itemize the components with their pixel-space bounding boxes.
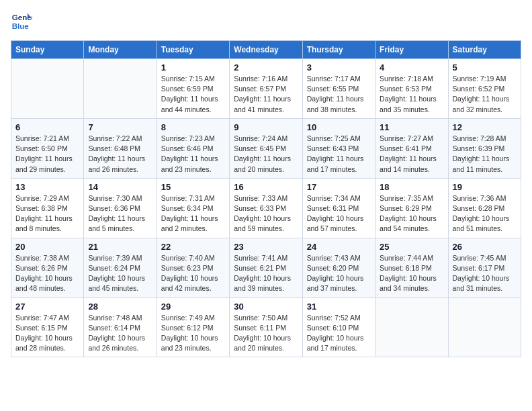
day-number: 27 [15,302,79,312]
weekday-header-friday: Friday [375,41,448,59]
calendar-cell: 27Sunrise: 7:47 AMSunset: 6:15 PMDayligh… [11,298,84,357]
day-info: Sunrise: 7:40 AMSunset: 6:23 PMDaylight:… [161,253,225,294]
calendar-cell: 23Sunrise: 7:41 AMSunset: 6:21 PMDayligh… [230,238,302,298]
calendar-cell: 20Sunrise: 7:38 AMSunset: 6:26 PMDayligh… [11,238,84,298]
day-number: 7 [88,122,152,132]
day-info: Sunrise: 7:15 AMSunset: 6:59 PMDaylight:… [161,74,225,115]
weekday-header-wednesday: Wednesday [230,41,302,59]
day-info: Sunrise: 7:52 AMSunset: 6:10 PMDaylight:… [307,313,371,354]
calendar-cell: 19Sunrise: 7:36 AMSunset: 6:28 PMDayligh… [448,178,521,238]
day-info: Sunrise: 7:25 AMSunset: 6:43 PMDaylight:… [307,134,371,175]
calendar-table: SundayMondayTuesdayWednesdayThursdayFrid… [11,40,521,357]
calendar-cell: 7Sunrise: 7:22 AMSunset: 6:48 PMDaylight… [84,118,157,178]
day-number: 10 [307,122,371,132]
day-info: Sunrise: 7:36 AMSunset: 6:28 PMDaylight:… [453,193,517,234]
day-info: Sunrise: 7:35 AMSunset: 6:29 PMDaylight:… [380,193,443,234]
weekday-header-sunday: Sunday [11,41,84,59]
calendar-cell [11,59,84,119]
calendar-cell: 6Sunrise: 7:21 AMSunset: 6:50 PMDaylight… [11,118,84,178]
day-info: Sunrise: 7:38 AMSunset: 6:26 PMDaylight:… [15,253,79,294]
day-info: Sunrise: 7:21 AMSunset: 6:50 PMDaylight:… [15,134,79,175]
day-info: Sunrise: 7:49 AMSunset: 6:12 PMDaylight:… [161,313,225,354]
page-header: General Blue [11,11,521,32]
calendar-cell [375,298,448,357]
day-info: Sunrise: 7:29 AMSunset: 6:38 PMDaylight:… [15,193,79,234]
day-number: 19 [453,182,517,192]
calendar-cell: 26Sunrise: 7:45 AMSunset: 6:17 PMDayligh… [448,238,521,298]
day-info: Sunrise: 7:17 AMSunset: 6:55 PMDaylight:… [307,74,371,115]
day-number: 30 [234,302,298,312]
calendar-cell: 30Sunrise: 7:50 AMSunset: 6:11 PMDayligh… [230,298,302,357]
day-number: 20 [15,242,79,252]
weekday-header-saturday: Saturday [448,41,521,59]
day-number: 5 [453,62,517,73]
calendar-week-4: 20Sunrise: 7:38 AMSunset: 6:26 PMDayligh… [11,238,521,298]
day-info: Sunrise: 7:19 AMSunset: 6:52 PMDaylight:… [453,74,517,115]
day-number: 16 [234,182,298,192]
calendar-cell: 29Sunrise: 7:49 AMSunset: 6:12 PMDayligh… [157,298,229,357]
calendar-cell: 31Sunrise: 7:52 AMSunset: 6:10 PMDayligh… [302,298,375,357]
day-info: Sunrise: 7:31 AMSunset: 6:34 PMDaylight:… [161,193,225,234]
day-number: 1 [161,62,225,73]
calendar-cell: 5Sunrise: 7:19 AMSunset: 6:52 PMDaylight… [448,59,521,119]
day-info: Sunrise: 7:43 AMSunset: 6:20 PMDaylight:… [307,253,371,294]
calendar-cell: 9Sunrise: 7:24 AMSunset: 6:45 PMDaylight… [230,118,302,178]
calendar-cell: 21Sunrise: 7:39 AMSunset: 6:24 PMDayligh… [84,238,157,298]
day-info: Sunrise: 7:47 AMSunset: 6:15 PMDaylight:… [15,313,79,354]
day-info: Sunrise: 7:30 AMSunset: 6:36 PMDaylight:… [88,193,152,234]
day-number: 3 [307,62,371,73]
day-info: Sunrise: 7:16 AMSunset: 6:57 PMDaylight:… [234,74,298,115]
calendar-cell: 10Sunrise: 7:25 AMSunset: 6:43 PMDayligh… [302,118,375,178]
day-info: Sunrise: 7:41 AMSunset: 6:21 PMDaylight:… [234,253,298,294]
day-number: 8 [161,122,225,132]
calendar-week-2: 6Sunrise: 7:21 AMSunset: 6:50 PMDaylight… [11,118,521,178]
day-number: 23 [234,242,298,252]
day-number: 11 [380,122,443,132]
day-number: 29 [161,302,225,312]
logo-icon: General Blue [11,11,32,32]
day-info: Sunrise: 7:28 AMSunset: 6:39 PMDaylight:… [453,134,517,175]
calendar-cell: 11Sunrise: 7:27 AMSunset: 6:41 PMDayligh… [375,118,448,178]
calendar-cell: 4Sunrise: 7:18 AMSunset: 6:53 PMDaylight… [375,59,448,119]
calendar-cell: 14Sunrise: 7:30 AMSunset: 6:36 PMDayligh… [84,178,157,238]
calendar-cell: 3Sunrise: 7:17 AMSunset: 6:55 PMDaylight… [302,59,375,119]
calendar-cell: 16Sunrise: 7:33 AMSunset: 6:33 PMDayligh… [230,178,302,238]
day-number: 17 [307,182,371,192]
calendar-cell [448,298,521,357]
day-info: Sunrise: 7:45 AMSunset: 6:17 PMDaylight:… [453,253,517,294]
calendar-cell: 15Sunrise: 7:31 AMSunset: 6:34 PMDayligh… [157,178,229,238]
day-number: 28 [88,302,152,312]
day-info: Sunrise: 7:50 AMSunset: 6:11 PMDaylight:… [234,313,298,354]
day-info: Sunrise: 7:27 AMSunset: 6:41 PMDaylight:… [380,134,443,175]
day-number: 26 [453,242,517,252]
calendar-cell: 22Sunrise: 7:40 AMSunset: 6:23 PMDayligh… [157,238,229,298]
svg-text:Blue: Blue [12,22,30,30]
day-number: 18 [380,182,443,192]
calendar-cell: 28Sunrise: 7:48 AMSunset: 6:14 PMDayligh… [84,298,157,357]
calendar-cell: 24Sunrise: 7:43 AMSunset: 6:20 PMDayligh… [302,238,375,298]
svg-text:General: General [12,13,32,21]
calendar-cell: 12Sunrise: 7:28 AMSunset: 6:39 PMDayligh… [448,118,521,178]
calendar-cell: 25Sunrise: 7:44 AMSunset: 6:18 PMDayligh… [375,238,448,298]
calendar-cell: 8Sunrise: 7:23 AMSunset: 6:46 PMDaylight… [157,118,229,178]
day-info: Sunrise: 7:33 AMSunset: 6:33 PMDaylight:… [234,193,298,234]
day-info: Sunrise: 7:34 AMSunset: 6:31 PMDaylight:… [307,193,371,234]
calendar-week-5: 27Sunrise: 7:47 AMSunset: 6:15 PMDayligh… [11,298,521,357]
day-info: Sunrise: 7:44 AMSunset: 6:18 PMDaylight:… [380,253,443,294]
day-info: Sunrise: 7:24 AMSunset: 6:45 PMDaylight:… [234,134,298,175]
weekday-header-monday: Monday [84,41,157,59]
day-number: 4 [380,62,443,73]
day-info: Sunrise: 7:23 AMSunset: 6:46 PMDaylight:… [161,134,225,175]
day-info: Sunrise: 7:48 AMSunset: 6:14 PMDaylight:… [88,313,152,354]
weekday-header-tuesday: Tuesday [157,41,229,59]
day-number: 2 [234,62,298,73]
calendar-cell: 17Sunrise: 7:34 AMSunset: 6:31 PMDayligh… [302,178,375,238]
day-number: 22 [161,242,225,252]
day-info: Sunrise: 7:22 AMSunset: 6:48 PMDaylight:… [88,134,152,175]
logo: General Blue [11,11,32,32]
calendar-cell: 2Sunrise: 7:16 AMSunset: 6:57 PMDaylight… [230,59,302,119]
calendar-cell: 13Sunrise: 7:29 AMSunset: 6:38 PMDayligh… [11,178,84,238]
day-number: 6 [15,122,79,132]
day-number: 12 [453,122,517,132]
day-number: 31 [307,302,371,312]
